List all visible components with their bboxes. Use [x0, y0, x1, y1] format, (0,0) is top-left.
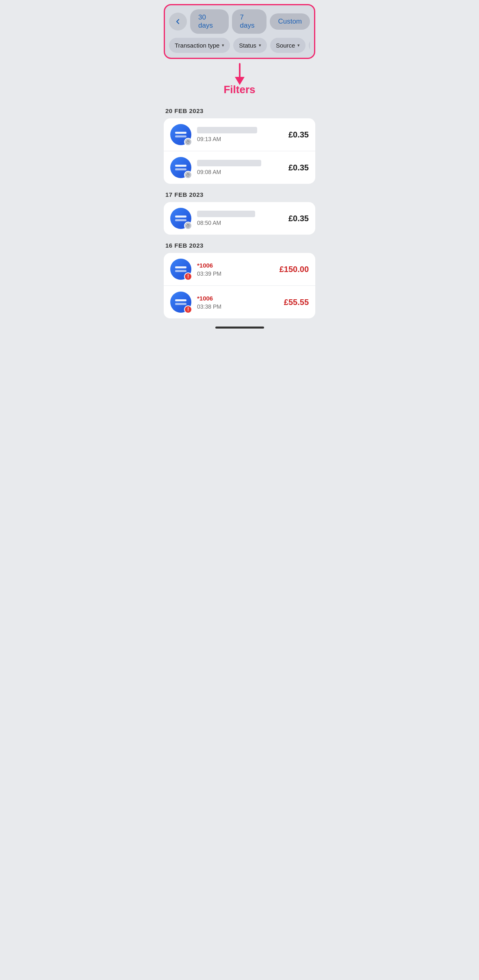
- transaction-info: 09:13 AM: [197, 127, 283, 142]
- transaction-name-redacted: [197, 160, 261, 166]
- chevron-down-icon: ▾: [259, 43, 261, 48]
- chevron-down-icon: ▾: [222, 43, 224, 48]
- transaction-info: *1006 03:38 PM: [197, 295, 278, 310]
- home-bar: [215, 327, 264, 329]
- transaction-amount: £0.35: [288, 130, 309, 139]
- transaction-card-feb16: ! *1006 03:39 PM £150.00 ! *1006: [164, 253, 315, 318]
- clock-icon: ⏱: [184, 171, 192, 179]
- avatar: !: [170, 292, 191, 313]
- transaction-name: *1006: [197, 295, 278, 302]
- transaction-card-feb20: ⏱ 09:13 AM £0.35 ⏱ 09:08 AM: [164, 118, 315, 184]
- date-group-label-feb20: 20 FEB 2023: [165, 107, 315, 114]
- table-row[interactable]: ! *1006 03:39 PM £150.00: [164, 253, 315, 286]
- date-chip-7days[interactable]: 7 days: [232, 9, 267, 34]
- table-row[interactable]: ! *1006 03:38 PM £55.55: [164, 286, 315, 318]
- filter-chip-transaction-type[interactable]: Transaction type ▾: [169, 38, 230, 53]
- date-group-label-feb16: 16 FEB 2023: [165, 242, 315, 249]
- transaction-icon: [174, 163, 187, 172]
- filter-chip-status[interactable]: Status ▾: [233, 38, 267, 53]
- error-icon: !: [184, 272, 192, 281]
- avatar: !: [170, 259, 191, 280]
- avatar: ⏱: [170, 208, 191, 229]
- avatar: ⏱: [170, 124, 191, 145]
- transaction-amount: £0.35: [288, 214, 309, 223]
- error-icon: !: [184, 305, 192, 314]
- transaction-info: *1006 03:39 PM: [197, 262, 274, 277]
- date-row: 30 days 7 days Custom: [169, 9, 310, 34]
- transaction-time: 08:50 AM: [197, 220, 283, 226]
- date-group-label-feb17: 17 FEB 2023: [165, 191, 315, 198]
- transaction-info: 09:08 AM: [197, 160, 283, 175]
- avatar: ⏱: [170, 157, 191, 178]
- annotation-area: Filters: [160, 59, 319, 100]
- date-chip-custom[interactable]: Custom: [270, 13, 310, 30]
- transaction-time: 03:38 PM: [197, 303, 278, 310]
- transaction-icon: [174, 214, 187, 223]
- table-row[interactable]: ⏱ 09:08 AM £0.35: [164, 151, 315, 184]
- filter-chip-card[interactable]: Card: [309, 38, 310, 53]
- transaction-icon: [174, 130, 187, 139]
- transaction-amount: £0.35: [288, 163, 309, 172]
- date-chip-30days[interactable]: 30 days: [190, 9, 229, 34]
- transaction-name-redacted: [197, 127, 257, 133]
- transaction-icon: [174, 298, 187, 307]
- filter-chip-source[interactable]: Source ▾: [270, 38, 306, 53]
- transaction-icon: [174, 265, 187, 274]
- transaction-time: 09:08 AM: [197, 169, 283, 175]
- transactions-list: 20 FEB 2023 ⏱ 09:13 AM £0.35: [160, 107, 319, 318]
- filters-annotation-label: Filters: [223, 83, 255, 96]
- table-row[interactable]: ⏱ 08:50 AM £0.35: [164, 202, 315, 235]
- transaction-time: 03:39 PM: [197, 270, 274, 277]
- back-button[interactable]: [169, 13, 187, 30]
- transaction-name-redacted: [197, 211, 255, 217]
- chevron-down-icon: ▾: [297, 43, 300, 48]
- transaction-name: *1006: [197, 262, 274, 269]
- filters-arrow-icon: [232, 62, 248, 87]
- clock-icon: ⏱: [184, 138, 192, 146]
- filter-bar: 30 days 7 days Custom Transaction type ▾…: [164, 4, 315, 59]
- clock-icon: ⏱: [184, 222, 192, 230]
- transaction-info: 08:50 AM: [197, 211, 283, 226]
- home-indicator: [160, 318, 319, 333]
- transaction-time: 09:13 AM: [197, 136, 283, 142]
- transaction-card-feb17: ⏱ 08:50 AM £0.35: [164, 202, 315, 235]
- transaction-amount: £55.55: [284, 298, 309, 307]
- transaction-amount: £150.00: [280, 265, 309, 274]
- filter-chips-row: Transaction type ▾ Status ▾ Source ▾ Car…: [169, 38, 310, 53]
- table-row[interactable]: ⏱ 09:13 AM £0.35: [164, 118, 315, 151]
